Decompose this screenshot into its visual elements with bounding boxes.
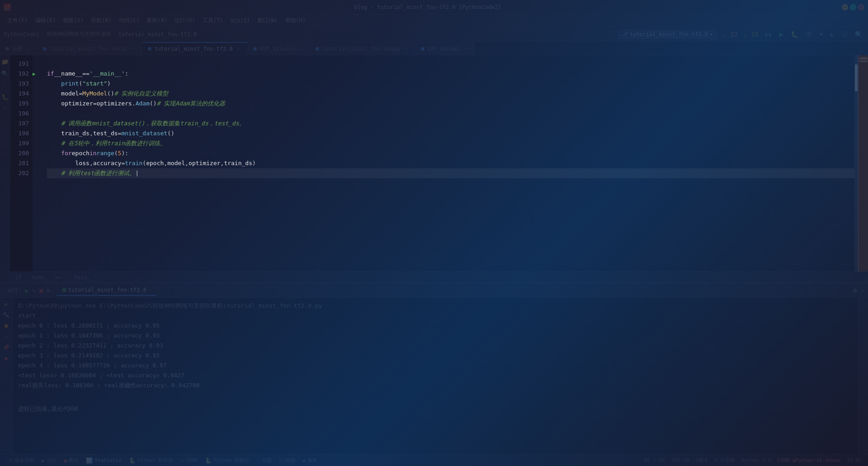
code-editor[interactable]: 191 192 193 194 195 196 197 198 199 200 … [10,55,868,271]
code-line-192: if __name__ == '__main__' : [47,69,854,79]
code-line-200: for epoch in range ( 5 ): [47,148,854,158]
code-line-195: optimizer = optimizers . Adam () # 实现Ada… [47,99,854,109]
code-line-193: print ( "start" ) [47,79,854,89]
code-line-194: model = MyModel () # 实例化自定义模型 [47,89,854,99]
main-content: 📁 🔍 ⑂ 🐛 ⊞ 191 192 193 194 195 196 197 19… [0,55,868,282]
code-line-199: # 在5轮中，利用train函数进行训练。 [47,138,854,148]
code-line-202: # 利用test函数进行测试。 | [47,168,854,178]
code-content[interactable]: if __name__ == '__main__' : print ( "sta… [42,55,854,271]
code-line-196 [47,109,854,119]
code-line-201: loss , accuracy = train ( epoch , model … [47,158,854,168]
code-line-198: train_ds , test_ds = mnist_dataset () [47,128,854,138]
line-numbers: 191 192 193 194 195 196 197 198 199 200 … [10,55,33,271]
run-arrow-icon[interactable]: ▶ [33,71,36,77]
editor-scrollbar[interactable] [854,55,858,271]
editor-area: 191 192 193 194 195 196 197 198 199 200 … [10,55,868,282]
editor-right-bar [858,55,868,271]
code-line-197: # 调用函数mnist_dataset()，获取数据集train_ds，test… [47,119,854,128]
gutter-icons: ▶ [33,55,42,271]
code-line-191 [47,59,854,69]
scrollbar-thumb[interactable] [855,64,858,91]
